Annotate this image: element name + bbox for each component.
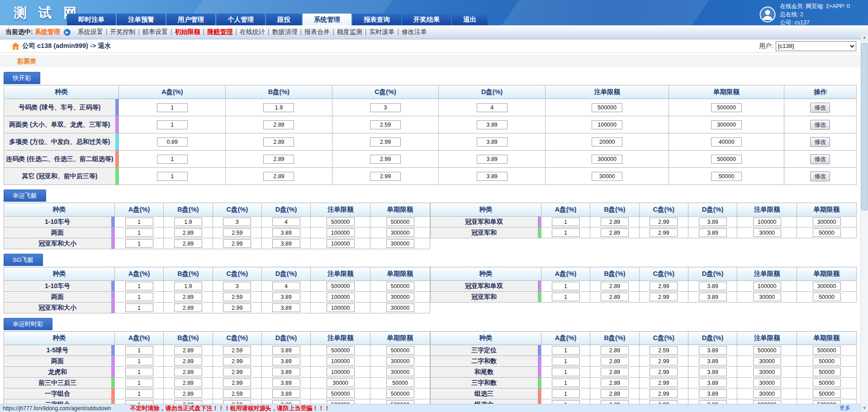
limit-input[interactable] — [327, 368, 355, 376]
limit-input[interactable] — [386, 228, 414, 237]
odds-input[interactable] — [125, 346, 153, 355]
odds-input[interactable] — [477, 137, 508, 147]
odds-input[interactable] — [601, 368, 629, 376]
limit-input[interactable] — [327, 239, 355, 248]
odds-input[interactable] — [272, 346, 300, 355]
limit-input[interactable] — [753, 379, 781, 387]
limit-input[interactable] — [327, 218, 355, 226]
odds-input[interactable] — [125, 389, 153, 398]
limit-input[interactable] — [592, 137, 622, 147]
limit-input[interactable] — [711, 155, 742, 164]
odds-input[interactable] — [157, 137, 188, 147]
odds-input[interactable] — [125, 368, 153, 376]
scroll-thumb[interactable] — [861, 43, 868, 210]
odds-input[interactable] — [223, 400, 251, 404]
modify-button[interactable]: 修改 — [810, 154, 830, 164]
odds-input[interactable] — [157, 172, 188, 181]
odds-input[interactable] — [699, 228, 727, 237]
odds-input[interactable] — [125, 379, 153, 387]
limit-input[interactable] — [813, 400, 841, 404]
nav-tab-系统管理[interactable]: 系统管理 — [303, 14, 351, 25]
limit-input[interactable] — [386, 400, 414, 404]
odds-input[interactable] — [174, 218, 202, 226]
odds-input[interactable] — [650, 282, 678, 290]
nav-tab-用户管理[interactable]: 用户管理 — [166, 14, 215, 25]
submenu-item-在线统计[interactable]: 在线统计 — [239, 28, 266, 35]
vertical-scrollbar[interactable]: ▲ ▼ — [860, 34, 868, 412]
submenu-item-额度监测[interactable]: 额度监测 — [336, 28, 363, 35]
odds-input[interactable] — [370, 155, 401, 164]
odds-input[interactable] — [223, 346, 251, 355]
odds-input[interactable] — [477, 155, 508, 164]
odds-input[interactable] — [174, 368, 202, 376]
odds-input[interactable] — [174, 282, 202, 290]
odds-input[interactable] — [650, 218, 678, 226]
odds-input[interactable] — [650, 357, 678, 365]
odds-input[interactable] — [223, 389, 251, 398]
limit-input[interactable] — [711, 103, 742, 112]
modify-button[interactable]: 修改 — [810, 103, 830, 113]
odds-input[interactable] — [223, 282, 251, 290]
odds-input[interactable] — [601, 400, 629, 404]
odds-input[interactable] — [370, 120, 401, 129]
odds-input[interactable] — [601, 293, 629, 301]
odds-input[interactable] — [272, 389, 300, 398]
odds-input[interactable] — [272, 239, 300, 248]
limit-input[interactable] — [753, 282, 781, 290]
limit-input[interactable] — [592, 172, 622, 181]
limit-input[interactable] — [386, 239, 414, 248]
submenu-item-降赔管理[interactable]: 降赔管理 — [206, 28, 233, 35]
limit-input[interactable] — [386, 379, 414, 387]
odds-input[interactable] — [157, 155, 188, 164]
limit-input[interactable] — [327, 400, 355, 404]
odds-input[interactable] — [552, 228, 580, 237]
odds-input[interactable] — [477, 172, 508, 181]
nav-tab-开奖结果[interactable]: 开奖结果 — [402, 14, 451, 25]
odds-input[interactable] — [272, 228, 300, 237]
submenu-item-开奖控制[interactable]: 开奖控制 — [109, 28, 136, 35]
odds-input[interactable] — [125, 293, 153, 301]
odds-input[interactable] — [272, 218, 300, 226]
limit-input[interactable] — [753, 218, 781, 226]
odds-input[interactable] — [552, 282, 580, 290]
odds-input[interactable] — [272, 303, 300, 312]
limit-input[interactable] — [813, 389, 841, 398]
submenu-item-赔率设置[interactable]: 赔率设置 — [142, 28, 169, 35]
odds-input[interactable] — [650, 346, 678, 355]
limit-input[interactable] — [386, 218, 414, 226]
limit-input[interactable] — [813, 368, 841, 376]
limit-input[interactable] — [386, 303, 414, 312]
odds-input[interactable] — [272, 357, 300, 365]
limit-input[interactable] — [327, 303, 355, 312]
odds-input[interactable] — [174, 346, 202, 355]
limit-input[interactable] — [711, 172, 742, 181]
modify-button[interactable]: 修改 — [810, 120, 830, 130]
nav-tab-即时注单[interactable]: 即时注单 — [67, 14, 116, 25]
odds-input[interactable] — [263, 155, 294, 164]
odds-input[interactable] — [125, 400, 153, 404]
submenu-item-报表合并[interactable]: 报表合并 — [304, 28, 331, 35]
odds-input[interactable] — [223, 218, 251, 226]
odds-input[interactable] — [223, 239, 251, 248]
odds-input[interactable] — [223, 368, 251, 376]
odds-input[interactable] — [370, 137, 401, 147]
nav-tab-个人管理[interactable]: 个人管理 — [216, 14, 265, 25]
odds-input[interactable] — [650, 228, 678, 237]
limit-input[interactable] — [813, 218, 841, 226]
limit-input[interactable] — [753, 293, 781, 301]
limit-input[interactable] — [386, 346, 414, 355]
limit-input[interactable] — [813, 228, 841, 237]
odds-input[interactable] — [223, 303, 251, 312]
odds-input[interactable] — [125, 228, 153, 237]
limit-input[interactable] — [592, 155, 622, 164]
odds-input[interactable] — [552, 379, 580, 387]
odds-input[interactable] — [125, 282, 153, 290]
limit-input[interactable] — [386, 357, 414, 365]
limit-input[interactable] — [327, 282, 355, 290]
limit-input[interactable] — [813, 282, 841, 290]
odds-input[interactable] — [650, 368, 678, 376]
odds-input[interactable] — [263, 172, 294, 181]
odds-input[interactable] — [174, 293, 202, 301]
odds-input[interactable] — [125, 218, 153, 226]
modify-button[interactable]: 修改 — [810, 137, 830, 147]
